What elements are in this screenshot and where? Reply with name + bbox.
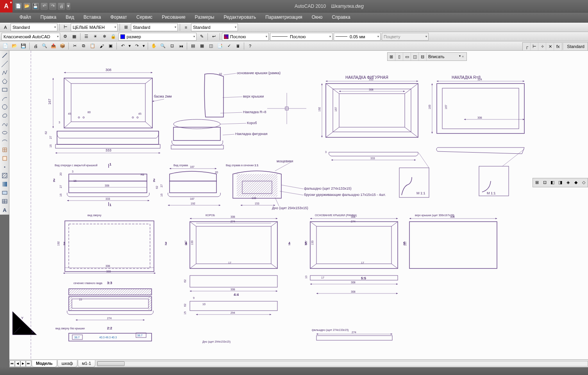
tab-layout-1[interactable]: шкаф xyxy=(57,360,77,367)
qat-new-icon[interactable]: 📄 xyxy=(15,3,22,10)
vtop-icon[interactable]: ⊞ xyxy=(533,178,541,186)
layer-match-icon[interactable]: ✎ xyxy=(198,33,206,41)
menu-help[interactable]: Справка xyxy=(327,12,355,22)
menu-format[interactable]: Формат xyxy=(105,12,132,22)
region-icon[interactable] xyxy=(1,189,9,197)
tab-model[interactable]: Модель xyxy=(32,360,57,367)
undo-drop-icon[interactable]: ▾ xyxy=(128,42,132,50)
ellipsearc-icon[interactable] xyxy=(1,137,9,145)
menu-draw[interactable]: Рисование xyxy=(157,12,190,22)
vp3-icon[interactable]: ▭ xyxy=(403,53,411,60)
pline-icon[interactable] xyxy=(1,69,9,76)
menu-view[interactable]: Вид xyxy=(61,12,79,22)
linetype-combo[interactable]: Послою xyxy=(270,33,332,41)
properties-icon[interactable]: ▤ xyxy=(189,42,197,50)
menu-tools[interactable]: Сервис xyxy=(132,12,157,22)
point-icon[interactable] xyxy=(1,163,9,171)
auto-con-icon[interactable]: ✧ xyxy=(538,43,546,50)
help-icon[interactable]: ? xyxy=(246,42,254,50)
polygon-icon[interactable] xyxy=(1,77,9,85)
qat-undo-icon[interactable]: ↶ xyxy=(41,3,48,10)
redo-icon[interactable]: ↷ xyxy=(133,42,141,50)
table-icon[interactable] xyxy=(1,197,9,205)
menu-edit[interactable]: Правка xyxy=(36,12,61,22)
tablestyle-icon[interactable]: ⊞ xyxy=(122,23,130,31)
hscroll-thumb[interactable] xyxy=(97,361,125,366)
param-mgr-icon[interactable]: fx xyxy=(554,43,562,50)
qat-dropdown-icon[interactable]: ▾ xyxy=(66,3,70,10)
lineweight-combo[interactable]: 0.05 мм xyxy=(334,33,381,41)
makeblock-icon[interactable] xyxy=(1,155,9,162)
redo-drop-icon[interactable]: ▾ xyxy=(142,42,146,50)
zoom-win-icon[interactable]: ⊡ xyxy=(168,42,176,50)
vne-icon[interactable]: ◇ xyxy=(580,178,588,186)
xline-icon[interactable] xyxy=(1,60,9,68)
qat-open-icon[interactable]: 📂 xyxy=(23,3,30,10)
vp4-icon[interactable]: ◫ xyxy=(411,53,419,60)
menu-window[interactable]: Окно xyxy=(307,12,327,22)
model-canvas[interactable]: 308 167 333 62 27 16 3 80 45 45 басма 2м… xyxy=(9,51,588,359)
arc-icon[interactable] xyxy=(1,94,9,102)
drawing-area[interactable]: 308 167 333 62 27 16 3 80 45 45 басма 2м… xyxy=(9,51,588,359)
workspace-toolbar-icon[interactable]: ▦ xyxy=(70,33,78,41)
cut-icon[interactable]: ✂ xyxy=(71,42,79,50)
menu-parametric[interactable]: Параметризация xyxy=(261,12,307,22)
insert-icon[interactable] xyxy=(1,146,9,154)
tab-next-icon[interactable]: ▶ xyxy=(20,361,26,367)
qat-print-icon[interactable]: 🖨 xyxy=(58,3,65,10)
vp-close-icon[interactable]: × xyxy=(462,55,466,59)
layer-props-icon[interactable]: ☰ xyxy=(82,33,90,41)
layer-lock-icon[interactable]: 🔒 xyxy=(109,33,117,41)
undo-icon[interactable]: ↶ xyxy=(119,42,127,50)
layer-states-icon[interactable]: ☀ xyxy=(91,33,99,41)
spline-icon[interactable] xyxy=(1,120,9,128)
textstyle-combo[interactable]: Standard xyxy=(11,23,57,31)
zoom-prev-icon[interactable]: ⏮ xyxy=(177,42,185,50)
menu-file[interactable]: Файл xyxy=(15,12,36,22)
copy-icon[interactable]: ⧉ xyxy=(80,42,88,50)
sheetset-icon[interactable]: 📑 xyxy=(216,42,224,50)
vp-scale-combo[interactable]: Вписать xyxy=(427,54,462,59)
hatch-icon[interactable] xyxy=(1,172,9,180)
layer-combo[interactable]: размер xyxy=(118,33,197,41)
rectangle-icon[interactable] xyxy=(1,86,9,94)
qat-save-icon[interactable]: 💾 xyxy=(32,3,39,10)
app-menu-button[interactable]: A xyxy=(0,0,13,12)
layer-prev-icon[interactable]: ↩ xyxy=(210,33,218,41)
markup-icon[interactable]: ✓ xyxy=(225,42,233,50)
dimstyle-icon[interactable]: ⊢ xyxy=(62,23,70,31)
vright-icon[interactable]: ◨ xyxy=(556,178,564,186)
dimstyle-combo[interactable]: ЦЕЛЫЕ МАЛЕН xyxy=(71,23,118,31)
menu-modify[interactable]: Редактировать xyxy=(219,12,261,22)
save-icon[interactable]: 💾 xyxy=(20,42,27,50)
vp1-icon[interactable]: ⊞ xyxy=(388,53,395,60)
preview-icon[interactable]: 🔍 xyxy=(41,42,48,50)
tab-layout-2[interactable]: м1-1 xyxy=(78,360,95,367)
paste-icon[interactable]: 📋 xyxy=(89,42,97,50)
color-combo[interactable]: Послою xyxy=(222,33,269,41)
open-icon[interactable]: 📂 xyxy=(11,42,18,50)
toolpalettes-icon[interactable]: ◫ xyxy=(207,42,215,50)
del-con-icon[interactable]: ✕ xyxy=(546,43,554,50)
vleft-icon[interactable]: ◧ xyxy=(549,178,556,186)
tab-prev-icon[interactable]: ◀ xyxy=(15,361,20,367)
vp5-icon[interactable]: ⊟ xyxy=(419,53,427,60)
revcloud-icon[interactable] xyxy=(1,112,9,119)
qat-redo-icon[interactable]: ↷ xyxy=(49,3,56,10)
publish-icon[interactable]: 📤 xyxy=(50,42,57,50)
quickcalc-icon[interactable]: 🖩 xyxy=(234,42,242,50)
viso-icon[interactable]: ◈ xyxy=(564,178,572,186)
mtext-icon[interactable]: A xyxy=(1,206,9,214)
geo-con-icon[interactable]: ┌ xyxy=(523,43,531,50)
line-icon[interactable] xyxy=(1,52,9,59)
pan-icon[interactable]: ✋ xyxy=(150,42,158,50)
textstyle-icon[interactable]: A xyxy=(2,23,9,31)
menu-dimension[interactable]: Размеры xyxy=(190,12,219,22)
vp2-icon[interactable]: ▯ xyxy=(395,53,403,60)
layer-freeze-icon[interactable]: ❄ xyxy=(100,33,108,41)
tab-first-icon[interactable]: ⏮ xyxy=(9,361,15,367)
mlstyle-icon[interactable]: ≡ xyxy=(182,23,190,31)
vse-icon[interactable]: ◆ xyxy=(572,178,580,186)
gradient-icon[interactable] xyxy=(1,180,9,188)
3ddwf-icon[interactable]: 📦 xyxy=(59,42,66,50)
